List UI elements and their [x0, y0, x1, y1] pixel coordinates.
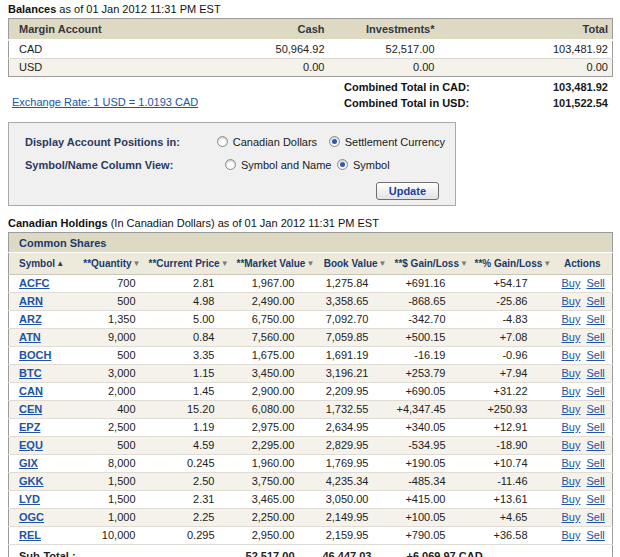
symbol-link[interactable]: REL — [19, 529, 41, 541]
subtotal-row: Sub-Total : 52,517.00 46,447.03 +6,069.9… — [9, 544, 613, 557]
sell-link[interactable]: Sell — [586, 349, 604, 361]
quantity-cell: 1,500 — [67, 472, 145, 490]
percent-gain-cell: -11.46 — [471, 472, 553, 490]
buy-link[interactable]: Buy — [562, 511, 581, 523]
sell-link[interactable]: Sell — [586, 295, 604, 307]
balances-header-row: Margin Account Cash Investments* Total — [9, 19, 613, 41]
symbol-link[interactable]: GKK — [19, 475, 43, 487]
radio-option[interactable]: Settlement Currency — [329, 136, 445, 148]
quantity-cell: 8,000 — [67, 454, 145, 472]
symbol-link[interactable]: ACFC — [19, 277, 50, 289]
radio-selected-icon[interactable] — [329, 136, 340, 147]
buy-link[interactable]: Buy — [562, 439, 581, 451]
dollar-gain-cell: +500.15 — [391, 328, 471, 346]
sell-link[interactable]: Sell — [586, 331, 604, 343]
percent-gain-cell: -25.86 — [471, 292, 553, 310]
symbol-link[interactable]: CEN — [19, 403, 42, 415]
symbol-link[interactable]: EQU — [19, 439, 43, 451]
sell-link[interactable]: Sell — [586, 511, 604, 523]
buy-link[interactable]: Buy — [562, 475, 581, 487]
buy-link[interactable]: Buy — [562, 493, 581, 505]
sell-link[interactable]: Sell — [586, 493, 604, 505]
buy-link[interactable]: Buy — [562, 385, 581, 397]
sort-desc-icon: ▼ — [306, 259, 314, 268]
buy-link[interactable]: Buy — [562, 295, 581, 307]
sell-link[interactable]: Sell — [586, 277, 604, 289]
sell-link[interactable]: Sell — [586, 529, 604, 541]
current-price-column-header[interactable]: **Current Price▼ — [145, 252, 233, 274]
buy-link[interactable]: Buy — [562, 313, 581, 325]
symbol-link[interactable]: BTC — [19, 367, 42, 379]
book-value-column-header[interactable]: Book Value▼ — [317, 252, 391, 274]
quantity-column-header[interactable]: **Quantity▼ — [67, 252, 145, 274]
percent-gain-column-header[interactable]: **% Gain/Loss▼ — [471, 252, 553, 274]
symbol-link[interactable]: ATN — [19, 331, 41, 343]
radio-option-label: Symbol — [353, 159, 390, 171]
sort-desc-icon: ▼ — [221, 259, 229, 268]
sort-desc-icon: ▼ — [133, 259, 141, 268]
market-value-cell: 2,295.00 — [233, 436, 317, 454]
radio-unselected-icon[interactable] — [225, 159, 236, 170]
radio-option[interactable]: Canadian Dollars — [217, 136, 329, 148]
percent-gain-cell: -0.96 — [471, 346, 553, 364]
radio-option[interactable]: Symbol — [337, 159, 390, 171]
holdings-title-timestamp: (In Canadian Dollars) as of 01 Jan 2012 … — [108, 217, 379, 229]
sell-link[interactable]: Sell — [586, 367, 604, 379]
symbol-link[interactable]: CAN — [19, 385, 43, 397]
holdings-row: CAN2,0001.452,900.002,209.95+690.05+31.2… — [9, 382, 613, 400]
buy-link[interactable]: Buy — [562, 457, 581, 469]
quantity-cell: 1,350 — [67, 310, 145, 328]
dollar-gain-cell: +100.05 — [391, 508, 471, 526]
dollar-gain-column-header[interactable]: **$ Gain/Loss▼ — [391, 252, 471, 274]
buy-link[interactable]: Buy — [562, 367, 581, 379]
subtotal-label: Sub-Total : — [9, 544, 233, 557]
book-value-cell: 4,235.34 — [317, 472, 391, 490]
cash-header: Cash — [179, 19, 329, 41]
sell-link[interactable]: Sell — [586, 421, 604, 433]
buy-link[interactable]: Buy — [562, 349, 581, 361]
update-button[interactable]: Update — [376, 182, 439, 200]
buy-link[interactable]: Buy — [562, 421, 581, 433]
book-value-cell: 2,149.95 — [317, 508, 391, 526]
combined-usd-value: 101,522.54 — [472, 97, 612, 109]
symbol-view-row: Symbol/Name Column View: Symbol and Name… — [25, 159, 445, 171]
sell-link[interactable]: Sell — [586, 439, 604, 451]
buy-link[interactable]: Buy — [562, 529, 581, 541]
book-value-cell: 1,275.84 — [317, 274, 391, 292]
exchange-rate-link[interactable]: Exchange Rate: 1 USD = 1.0193 CAD — [12, 96, 198, 108]
combined-usd-label: Combined Total in USD: — [344, 97, 472, 109]
radio-selected-icon[interactable] — [337, 159, 348, 170]
market-value-cell: 1,967.00 — [233, 274, 317, 292]
holdings-row: EPZ2,5001.192,975.002,634.95+340.05+12.9… — [9, 418, 613, 436]
sell-link[interactable]: Sell — [586, 403, 604, 415]
radio-option[interactable]: Symbol and Name — [225, 159, 337, 171]
market-value-cell: 6,080.00 — [233, 400, 317, 418]
symbol-link[interactable]: GIX — [19, 457, 38, 469]
percent-gain-cell: +54.17 — [471, 274, 553, 292]
symbol-link[interactable]: OGC — [19, 511, 44, 523]
buy-link[interactable]: Buy — [562, 331, 581, 343]
dollar-gain-cell: +415.00 — [391, 490, 471, 508]
current-price-cell: 2.25 — [145, 508, 233, 526]
sell-link[interactable]: Sell — [586, 313, 604, 325]
sell-link[interactable]: Sell — [586, 385, 604, 397]
percent-gain-cell: +7.08 — [471, 328, 553, 346]
symbol-link[interactable]: ARN — [19, 295, 43, 307]
symbol-link[interactable]: BOCH — [19, 349, 51, 361]
sell-link[interactable]: Sell — [586, 475, 604, 487]
symbol-link[interactable]: ARZ — [19, 313, 42, 325]
holdings-row: ARZ1,3505.006,750.007,092.70-342.70-4.83… — [9, 310, 613, 328]
book-value-cell: 3,196.21 — [317, 364, 391, 382]
sell-link[interactable]: Sell — [586, 457, 604, 469]
buy-link[interactable]: Buy — [562, 277, 581, 289]
radio-unselected-icon[interactable] — [217, 136, 228, 147]
combined-cad-value: 103,481.92 — [472, 81, 612, 93]
symbol-column-header[interactable]: Symbol▲ — [9, 252, 67, 274]
buy-link[interactable]: Buy — [562, 403, 581, 415]
combined-total-cad-row: Combined Total in CAD: 103,481.92 — [8, 79, 612, 95]
symbol-link[interactable]: LYD — [19, 493, 40, 505]
symbol-link[interactable]: EPZ — [19, 421, 40, 433]
book-value-cell: 2,829.95 — [317, 436, 391, 454]
market-value-column-header[interactable]: **Market Value▼ — [233, 252, 317, 274]
book-value-cell: 1,769.95 — [317, 454, 391, 472]
